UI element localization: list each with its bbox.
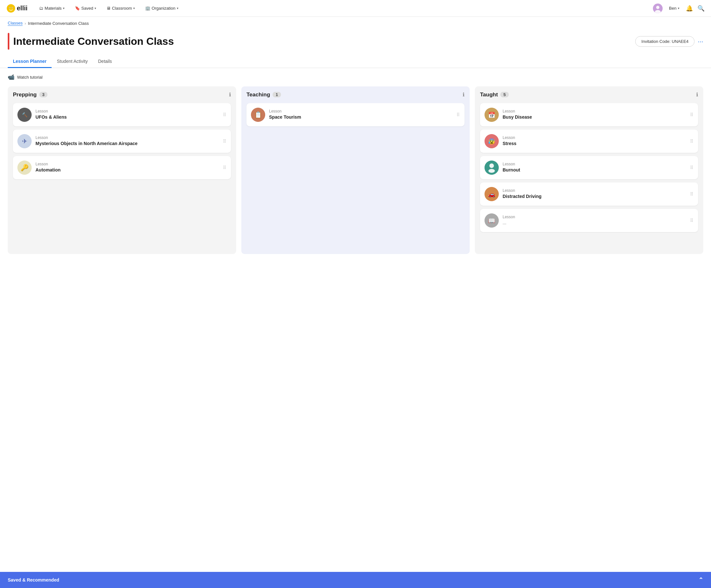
svg-point-3 [9,7,10,8]
watch-tutorial-link[interactable]: 📹 Watch tutorial [0,68,711,86]
svg-point-0 [7,4,15,13]
svg-text:😰: 😰 [488,138,496,145]
nav-right: Ben ▾ 🔔 🔍 [653,3,705,13]
lesson-content-last: Lesson ... [502,215,686,226]
lesson-content-distracted: Lesson Distracted Driving [502,188,686,199]
nav-organization-label: Organization [152,6,175,10]
lesson-title-busy: Busy Disease [502,114,686,120]
breadcrumb-parent[interactable]: Classes [8,21,23,26]
drag-handle-space[interactable]: ⠿ [456,112,460,117]
lesson-card-ufos[interactable]: 🔨 Lesson UFOs & Aliens ⠿ [13,103,231,127]
page-title-accent [8,33,9,50]
lesson-label-stress: Lesson [502,135,686,140]
lesson-card-last[interactable]: 📖 Lesson ... ⠿ [480,209,698,232]
drag-handle-distracted[interactable]: ⠿ [690,191,694,197]
lesson-label-ufos: Lesson [36,109,219,113]
lesson-card-busy[interactable]: 📅 Lesson Busy Disease ⠿ [480,103,698,127]
drag-handle-mysterious[interactable]: ⠿ [223,139,227,144]
column-prepping: Prepping 3 ℹ 🔨 Lesson UFOs & Aliens ⠿ [8,86,236,254]
lesson-label-mysterious: Lesson [36,135,219,140]
drag-handle-automation[interactable]: ⠿ [223,165,227,170]
lesson-card-space[interactable]: 📋 Lesson Space Tourism ⠿ [246,103,465,127]
column-taught-info-icon[interactable]: ℹ [696,92,698,98]
columns-container: Prepping 3 ℹ 🔨 Lesson UFOs & Aliens ⠿ [0,86,711,254]
breadcrumb: Classes › Intermediate Conversation Clas… [0,17,711,30]
bell-icon[interactable]: 🔔 [686,5,693,12]
organization-icon: 🏢 [145,6,150,10]
search-icon[interactable]: 🔍 [697,5,705,12]
lesson-label-last: Lesson [502,215,686,219]
lesson-card-burnout[interactable]: Lesson Burnout ⠿ [480,156,698,179]
drag-handle-ufos[interactable]: ⠿ [223,112,227,117]
user-avatar[interactable] [653,3,663,13]
lesson-card-mysterious[interactable]: ✈ Lesson Mysterious Objects in North Ame… [13,130,231,153]
svg-point-6 [656,6,660,9]
saved-icon: 🔖 [75,6,80,10]
nav-materials[interactable]: 🗂 Materials ▾ [37,4,66,12]
column-taught: Taught 5 ℹ 📅 Lesson Busy Disease ⠿ 😰 [475,86,703,254]
drag-handle-busy[interactable]: ⠿ [690,112,694,117]
lesson-icon-stress: 😰 [484,134,499,148]
nav-organization[interactable]: 🏢 Organization ▾ [143,4,180,12]
nav-classroom-label: Classroom [112,6,132,10]
column-teaching-info-icon[interactable]: ℹ [462,92,465,98]
lesson-card-stress[interactable]: 😰 Lesson Stress ⠿ [480,130,698,153]
lesson-content-space: Lesson Space Tourism [269,109,453,120]
column-prepping-title: Prepping [13,92,37,98]
nav-classroom[interactable]: 🖥 Classroom ▾ [105,4,137,12]
column-taught-title: Taught [480,92,498,98]
drag-handle-burnout[interactable]: ⠿ [690,165,694,170]
lesson-icon-burnout [484,161,499,175]
lesson-content-automation: Lesson Automation [36,162,219,173]
column-prepping-count: 3 [39,92,47,97]
svg-text:🔨: 🔨 [22,112,28,118]
svg-text:🚗: 🚗 [488,191,496,198]
lesson-content-busy: Lesson Busy Disease [502,109,686,120]
lesson-label-space: Lesson [269,109,453,113]
lesson-card-distracted[interactable]: 🚗 Lesson Distracted Driving ⠿ [480,182,698,206]
column-prepping-info-icon[interactable]: ℹ [229,92,231,98]
lesson-label-distracted: Lesson [502,188,686,193]
navbar: ellii 🗂 Materials ▾ 🔖 Saved ▾ 🖥 Classroo… [0,0,711,17]
tab-details[interactable]: Details [93,55,117,68]
materials-icon: 🗂 [39,6,43,10]
svg-text:🔑: 🔑 [21,164,29,172]
classroom-icon: 🖥 [106,6,111,10]
svg-point-21 [489,163,494,168]
nav-materials-label: Materials [44,6,62,10]
lesson-title-last: ... [502,220,686,226]
lesson-icon-mysterious: ✈ [17,134,31,148]
lesson-content-stress: Lesson Stress [502,135,686,146]
column-taught-header: Taught 5 ℹ [480,92,698,98]
classroom-chevron: ▾ [133,6,135,10]
user-menu[interactable]: Ben ▾ [667,4,681,12]
page-title: Intermediate Conversation Class [13,36,174,47]
logo[interactable]: ellii [6,4,27,13]
user-chevron: ▾ [678,6,680,10]
lesson-card-automation[interactable]: 🔑 Lesson Automation ⠿ [13,156,231,179]
lesson-title-mysterious: Mysterious Objects in North American Air… [36,140,219,146]
column-prepping-header: Prepping 3 ℹ [13,92,231,98]
svg-point-4 [12,7,13,8]
lesson-icon-ufos: 🔨 [17,108,31,122]
tab-lesson-planner[interactable]: Lesson Planner [8,55,51,68]
invitation-code[interactable]: Invitation Code: UNAEE4 [635,36,694,47]
lesson-title-stress: Stress [502,140,686,146]
column-teaching: Teaching 1 ℹ 📋 Lesson Space Tourism ⠿ [241,86,470,254]
user-name: Ben [669,6,676,10]
lesson-content-mysterious: Lesson Mysterious Objects in North Ameri… [36,135,219,146]
tab-student-activity[interactable]: Student Activity [51,55,93,68]
lesson-icon-space: 📋 [251,108,265,122]
drag-handle-stress[interactable]: ⠿ [690,139,694,144]
svg-text:📖: 📖 [488,217,496,224]
lesson-title-space: Space Tourism [269,114,453,120]
saved-chevron: ▾ [94,6,96,10]
svg-text:✈: ✈ [22,138,27,145]
lesson-content-ufos: Lesson UFOs & Aliens [36,109,219,120]
drag-handle-last[interactable]: ⠿ [690,218,694,223]
invitation-wrap: Invitation Code: UNAEE4 ··· [635,36,703,47]
nav-saved[interactable]: 🔖 Saved ▾ [73,4,98,12]
column-teaching-title: Teaching [246,92,270,98]
more-button[interactable]: ··· [698,38,703,45]
breadcrumb-separator: › [24,21,26,26]
